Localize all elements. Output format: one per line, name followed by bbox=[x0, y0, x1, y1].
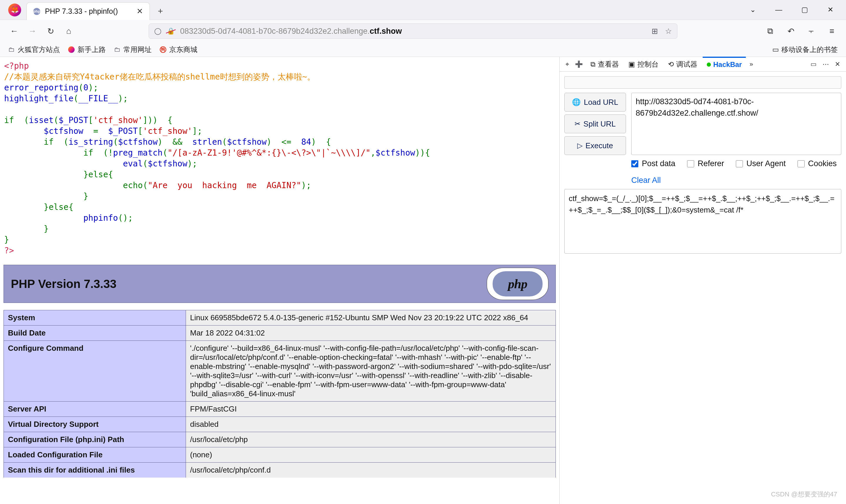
execute-button[interactable]: ▷Execute bbox=[564, 136, 626, 155]
split-icon: ✂ bbox=[575, 120, 580, 128]
url-text: 083230d5-0d74-4081-b70c-8679b24d32e2.cha… bbox=[180, 27, 402, 36]
chevron-down-icon[interactable]: ⌄ bbox=[743, 2, 763, 18]
table-row: SystemLinux 669585bde672 5.4.0-135-gener… bbox=[4, 310, 556, 326]
tab-close-icon[interactable]: ✕ bbox=[137, 7, 143, 16]
table-row: Build DateMar 18 2022 04:31:02 bbox=[4, 326, 556, 341]
console-icon: ▣ bbox=[628, 60, 635, 68]
referer-checkbox[interactable]: Referer bbox=[687, 159, 724, 168]
phpinfo-table: SystemLinux 669585bde672 5.4.0-135-gener… bbox=[3, 310, 556, 478]
shield-icon: ◯ bbox=[154, 27, 162, 35]
devtools-tabs: ⌖ ➕ ⧉查看器 ▣控制台 ⟲调试器 HackBar » ▭ ⋯ ✕ bbox=[560, 57, 846, 72]
hackbar-url-input[interactable] bbox=[631, 93, 841, 155]
bookmark-item[interactable]: 新手上路 bbox=[68, 45, 106, 54]
library-icon[interactable]: ⫟ bbox=[806, 25, 817, 37]
new-tab-button[interactable]: + bbox=[153, 4, 168, 18]
pick-element-icon[interactable]: ⌖ bbox=[563, 60, 571, 68]
new-pane-icon[interactable]: ➕ bbox=[572, 60, 585, 68]
php-logo: php bbox=[487, 268, 548, 300]
firefox-icon: 🦊 bbox=[8, 3, 21, 16]
inspector-icon: ⧉ bbox=[591, 60, 596, 68]
bookmark-item[interactable]: 🗀常用网址 bbox=[114, 45, 152, 54]
forward-button: → bbox=[27, 25, 38, 37]
tab-inspector[interactable]: ⧉查看器 bbox=[586, 57, 623, 72]
firefox-icon bbox=[68, 47, 75, 53]
watermark: CSDN @想要变强的47 bbox=[771, 490, 837, 499]
tab-console[interactable]: ▣控制台 bbox=[624, 57, 663, 72]
hackbar-toolbar[interactable] bbox=[564, 76, 841, 89]
jd-icon: 狗 bbox=[160, 47, 166, 53]
address-bar[interactable]: ◯ 🔒 083230d5-0d74-4081-b70c-8679b24d32e2… bbox=[148, 23, 677, 39]
app-menu-button[interactable]: ≡ bbox=[826, 25, 838, 37]
split-url-button[interactable]: ✂Split URL bbox=[564, 114, 626, 133]
table-row: Configuration File (php.ini) Path/usr/lo… bbox=[4, 432, 556, 447]
php-version-title: PHP Version 7.3.33 bbox=[11, 277, 116, 291]
bookmark-item[interactable]: 🗀火狐官方站点 bbox=[8, 45, 60, 54]
window-minimize-button[interactable]: — bbox=[769, 2, 789, 18]
post-data-checkbox[interactable]: Post data bbox=[631, 159, 675, 168]
folder-icon: 🗀 bbox=[114, 46, 120, 53]
back-button[interactable]: ← bbox=[8, 25, 20, 37]
debugger-icon: ⟲ bbox=[668, 60, 674, 68]
globe-icon: 🌐 bbox=[572, 98, 581, 106]
bookmark-star-icon[interactable]: ☆ bbox=[665, 27, 672, 36]
table-row: Loaded Configuration File(none) bbox=[4, 447, 556, 463]
undo-icon[interactable]: ↶ bbox=[785, 25, 797, 37]
hackbar-body-input[interactable] bbox=[564, 189, 841, 254]
table-row: Virtual Directory Supportdisabled bbox=[4, 417, 556, 432]
cookies-checkbox[interactable]: Cookies bbox=[797, 159, 837, 168]
bookmarks-bar: 🗀火狐官方站点 新手上路 🗀常用网址 狗京东商城 ▭移动设备上的书签 bbox=[0, 42, 846, 57]
window-close-button[interactable]: ✕ bbox=[820, 2, 841, 18]
play-icon: ▷ bbox=[577, 142, 582, 150]
tab-hackbar[interactable]: HackBar bbox=[703, 57, 746, 71]
mobile-bookmarks[interactable]: ▭移动设备上的书签 bbox=[772, 45, 838, 54]
user-agent-checkbox[interactable]: User Agent bbox=[736, 159, 786, 168]
clear-all-link[interactable]: Clear All bbox=[631, 176, 661, 185]
tab-title: PHP 7.3.33 - phpinfo() bbox=[45, 7, 132, 16]
hackbar-dot-icon bbox=[707, 62, 711, 67]
devtools-panel: ⌖ ➕ ⧉查看器 ▣控制台 ⟲调试器 HackBar » ▭ ⋯ ✕ 🌐Load… bbox=[559, 57, 846, 504]
folder-icon: 🗀 bbox=[8, 46, 15, 53]
table-row: Server APIFPM/FastCGI bbox=[4, 401, 556, 417]
home-button[interactable]: ⌂ bbox=[63, 25, 75, 37]
extension-icon[interactable]: ⧉ bbox=[764, 25, 776, 37]
reload-button[interactable]: ↻ bbox=[45, 25, 56, 37]
phpinfo-header: PHP Version 7.3.33 php bbox=[3, 265, 556, 303]
page-content: <?php //本题灵感来自研究Y4tacker佬在吃瓜杯投稿的shellme时… bbox=[0, 57, 559, 504]
dock-icon[interactable]: ▭ bbox=[808, 60, 819, 68]
devtools-close-icon[interactable]: ✕ bbox=[832, 60, 843, 68]
tab-debugger[interactable]: ⟲调试器 bbox=[664, 57, 702, 72]
mobile-icon: ▭ bbox=[772, 46, 779, 54]
php-source: <?php //本题灵感来自研究Y4tacker佬在吃瓜杯投稿的shellme时… bbox=[0, 57, 559, 265]
kebab-icon[interactable]: ⋯ bbox=[820, 60, 831, 68]
browser-tab[interactable]: php PHP 7.3.33 - phpinfo() ✕ bbox=[27, 2, 150, 20]
phpinfo-block: PHP Version 7.3.33 php SystemLinux 66958… bbox=[0, 265, 559, 489]
table-row: Scan this dir for additional .ini files/… bbox=[4, 463, 556, 478]
tab-favicon: php bbox=[33, 8, 40, 15]
insecure-lock-icon: 🔒 bbox=[167, 27, 175, 35]
more-tabs-icon[interactable]: » bbox=[747, 60, 755, 68]
load-url-button[interactable]: 🌐Load URL bbox=[564, 93, 626, 111]
qr-icon[interactable]: ⊞ bbox=[652, 27, 658, 36]
table-row: Configure Command'./configure' '--build=… bbox=[4, 341, 556, 401]
bookmark-item[interactable]: 狗京东商城 bbox=[160, 45, 197, 54]
window-maximize-button[interactable]: ▢ bbox=[794, 2, 815, 18]
